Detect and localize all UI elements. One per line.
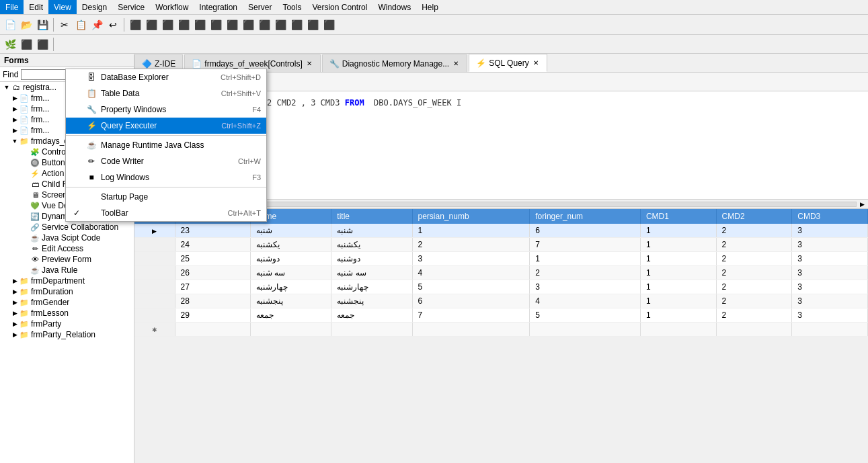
toolbar-btn10[interactable]: ⬛ <box>273 17 288 32</box>
toolbar-undo[interactable]: ↩ <box>106 17 120 32</box>
menu-item-manage-runtime[interactable]: ☕ Manage Runtime Java Class <box>66 137 266 153</box>
tab-sqlquery[interactable]: ⚡ SQL Query ✕ <box>469 54 547 72</box>
tree-node-frmDuration[interactable]: ▶ 📁 frmDuration <box>0 286 134 297</box>
cell-title: یکشنبه <box>331 238 412 252</box>
results-area[interactable]: ID name title persian_numb foringer_num … <box>134 208 868 356</box>
toolbar-btn6[interactable]: ⬛ <box>208 17 223 32</box>
menu-item-table-data[interactable]: 📋 Table Data Ctrl+Shift+V <box>66 85 266 101</box>
cell-id: 25 <box>175 252 251 266</box>
cell-foringer_num <box>530 323 641 337</box>
tree-label-frmLesson: frmLesson <box>31 308 69 318</box>
tree-expand-frmParty[interactable]: ▶ <box>11 321 19 327</box>
tree-node-frmParty[interactable]: ▶ 📁 frmParty <box>0 319 134 329</box>
toolbar-cut[interactable]: ✂ <box>57 17 72 32</box>
toolbar-btn2[interactable]: ⬛ <box>144 17 159 32</box>
tree-expand-registra[interactable]: ▼ <box>3 84 11 91</box>
menu-item-prop-windows[interactable]: 🔧 Property Windows F4 <box>66 101 266 118</box>
menu-item-query-exec[interactable]: ⚡ Query Executer Ctrl+Shift+Z <box>66 118 266 134</box>
cell-name: چهارشنبه <box>251 280 331 294</box>
menu-integration[interactable]: Integration <box>194 0 243 14</box>
tree-node-javascipt[interactable]: ☕ Java Scipt Code <box>0 233 134 243</box>
cell-title: پنجشنبه <box>331 294 412 308</box>
cell-title: شنبه <box>331 224 412 238</box>
toolbar-btn5[interactable]: ⬛ <box>192 17 207 32</box>
tree-expand-frmDept[interactable]: ▶ <box>11 278 19 284</box>
tab-close-sqlquery[interactable]: ✕ <box>532 59 540 67</box>
menu-view[interactable]: View <box>48 0 77 14</box>
toolbar-btn3[interactable]: ⬛ <box>160 17 175 32</box>
find-label: Find <box>3 70 18 79</box>
cell-cmd3 <box>792 323 868 337</box>
menu-item-toolbar[interactable]: ✓ ToolBar Ctrl+Alt+T <box>66 205 266 221</box>
tree-expand-frm4[interactable]: ▶ <box>11 127 19 134</box>
tree-node-frmDept[interactable]: ▶ 📁 frmDepartment <box>0 276 134 286</box>
table-row[interactable]: 23شنبهشنبه16123 <box>134 224 868 238</box>
menu-workflow[interactable]: Workflow <box>150 0 194 14</box>
menu-item-log-windows[interactable]: ■ Log Windows F3 <box>66 169 266 185</box>
menu-design[interactable]: Design <box>77 0 112 14</box>
table-row[interactable]: 27چهارشنبهچهارشنبه53123 <box>134 280 868 294</box>
menu-file[interactable]: File <box>0 0 24 14</box>
toolbar-btn8[interactable]: ⬛ <box>241 17 255 32</box>
toolbar-btn12[interactable]: ⬛ <box>305 17 320 32</box>
tree-node-previewform[interactable]: 👁 Preview Form <box>0 254 134 265</box>
tree-node-servicecol[interactable]: 🔗 Service Collaboration <box>0 222 134 233</box>
toolbar2-btn2[interactable]: ⬛ <box>19 37 34 52</box>
table-row[interactable]: 25دوشنبهدوشنبه31123 <box>134 252 868 266</box>
toolbar-paste[interactable]: 📌 <box>89 17 104 32</box>
tree-expand-frm3[interactable]: ▶ <box>11 116 19 123</box>
tab-close-diagnostic[interactable]: ✕ <box>452 60 460 67</box>
menu-tools[interactable]: Tools <box>277 0 307 14</box>
table-row[interactable]: 28پنجشنبهپنجشنبه64123 <box>134 294 868 308</box>
toolbar-btn7[interactable]: ⬛ <box>225 17 239 32</box>
toolbar2-btn1[interactable]: 🌿 <box>3 37 17 52</box>
tree-expand-frmDuration[interactable]: ▶ <box>11 288 19 295</box>
tree-expand-frmPartyRel[interactable]: ▶ <box>11 331 19 338</box>
tree-expand-frmGender[interactable]: ▶ <box>11 299 19 306</box>
tab-label-diagnostic: Diagnostic Memory Manage... <box>342 59 449 69</box>
tab-close-frmdays[interactable]: ✕ <box>305 60 313 67</box>
tree-node-frmPartyRel[interactable]: ▶ 📁 frmParty_Relation <box>0 329 134 340</box>
table-row[interactable]: 24یکشنبهیکشنبه27123 <box>134 238 868 252</box>
tree-expand-frm2[interactable]: ▶ <box>11 106 19 112</box>
table-row[interactable]: 26سه شنبهسه شنبه42123 <box>134 266 868 280</box>
toolbar-btn13[interactable]: ⬛ <box>321 17 336 32</box>
menu-service[interactable]: Service <box>112 0 150 14</box>
results-table: ID name title persian_numb foringer_num … <box>134 209 868 337</box>
tree-icon-controls: 🧩 <box>30 148 40 157</box>
tree-node-javarule[interactable]: ☕ Java Rule <box>0 265 134 276</box>
table-row[interactable] <box>134 323 868 337</box>
toolbar-save[interactable]: 💾 <box>35 17 50 32</box>
menu-item-code-writer[interactable]: ✏ Code Writer Ctrl+W <box>66 153 266 169</box>
toolbar-btn1[interactable]: ⬛ <box>128 17 143 32</box>
tree-node-frmLesson[interactable]: ▶ 📁 frmLesson <box>0 308 134 319</box>
toolbar2-btn3[interactable]: ⬛ <box>35 37 50 52</box>
tree-expand-frmLesson[interactable]: ▶ <box>11 310 19 317</box>
toolbar-copy[interactable]: 📋 <box>73 17 88 32</box>
table-row[interactable]: 29جمعهجمعه75123 <box>134 308 868 323</box>
menu-item-startup-page[interactable]: Startup Page <box>66 189 266 205</box>
menu-server[interactable]: Server <box>243 0 277 14</box>
menu-version-control[interactable]: Version Control <box>307 0 372 14</box>
tab-diagnostic[interactable]: 🔧 Diagnostic Memory Manage... ✕ <box>322 54 467 72</box>
toolbar-btn4[interactable]: ⬛ <box>176 17 191 32</box>
menu-item-db-explorer[interactable]: 🗄 DataBase Explorer Ctrl+Shift+D <box>66 69 266 85</box>
menu-help[interactable]: Help <box>416 0 444 14</box>
tree-node-editaccess[interactable]: ✏ Edit Access <box>0 243 134 254</box>
toolbar-open[interactable]: 📂 <box>19 17 34 32</box>
tree-node-frmGender[interactable]: ▶ 📁 frmGender <box>0 297 134 308</box>
toolbar-btn9[interactable]: ⬛ <box>257 17 272 32</box>
tree-expand-frm1[interactable]: ▶ <box>11 95 19 101</box>
cell-cmd3: 3 <box>792 252 868 266</box>
scroll-right-btn[interactable]: ▶ <box>858 201 867 208</box>
cell-cmd1: 1 <box>640 280 716 294</box>
toolbar-new[interactable]: 📄 <box>3 17 17 32</box>
toolbar-btn11[interactable]: ⬛ <box>289 17 304 32</box>
tree-expand-frmdays[interactable]: ▼ <box>11 138 19 144</box>
menu-label-db-explorer: DataBase Explorer <box>101 73 169 82</box>
menu-edit[interactable]: Edit <box>24 0 48 14</box>
menu-windows[interactable]: Windows <box>372 0 416 14</box>
tree-label-frmGender: frmGender <box>31 298 69 307</box>
tab-icon-diagnostic: 🔧 <box>329 59 340 69</box>
cell-cmd1 <box>640 323 716 337</box>
